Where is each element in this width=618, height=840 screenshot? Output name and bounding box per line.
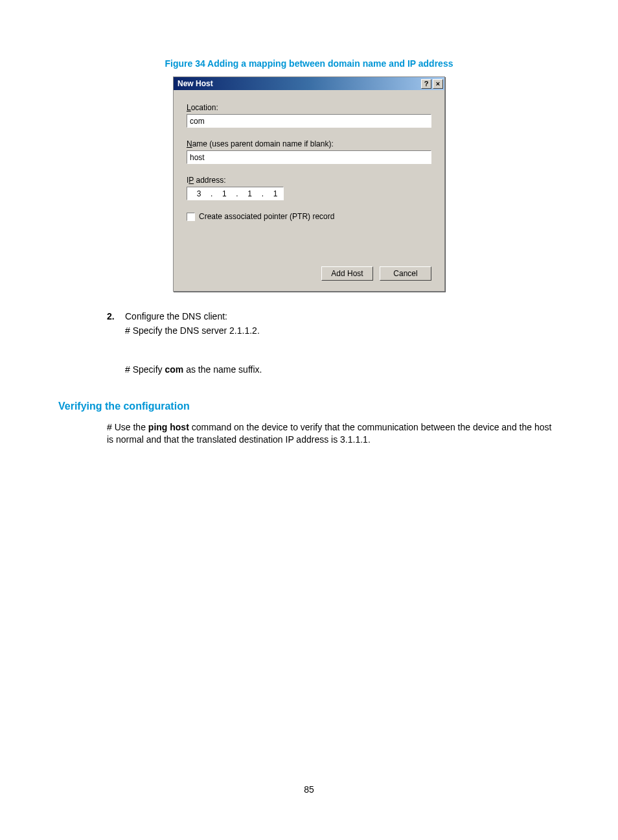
add-host-button[interactable]: Add Host xyxy=(321,266,373,281)
name-label: Name (uses parent domain name if blank): xyxy=(187,139,431,148)
ip-octet-2[interactable] xyxy=(212,189,236,198)
new-host-dialog: New Host ? × Location: Name (uses parent… xyxy=(173,76,445,292)
dialog-container: New Host ? × Location: Name (uses parent… xyxy=(58,76,560,292)
page-number: 85 xyxy=(0,784,618,795)
dialog-titlebar: New Host ? × xyxy=(174,77,444,90)
location-label: Location: xyxy=(187,103,431,112)
section-heading: Verifying the configuration xyxy=(58,401,560,412)
location-input[interactable] xyxy=(187,114,431,128)
step-2-line-2: # Specify com as the name suffix. xyxy=(125,364,560,375)
ptr-checkbox-row: Create associated pointer (PTR) record xyxy=(187,212,431,221)
dialog-button-row: Add Host Cancel xyxy=(187,266,431,281)
ptr-label: Create associated pointer (PTR) record xyxy=(199,212,334,221)
ip-label: IP address: xyxy=(187,176,431,185)
step-2-line-1: # Specify the DNS server 2.1.1.2. xyxy=(125,325,560,336)
dialog-body: Location: Name (uses parent domain name … xyxy=(174,90,444,291)
step-number: 2. xyxy=(107,311,125,321)
ip-address-input[interactable]: . . . xyxy=(187,187,284,200)
verify-text: # Use the ping host command on the devic… xyxy=(107,421,560,446)
figure-caption: Figure 34 Adding a mapping between domai… xyxy=(139,58,479,69)
help-icon[interactable]: ? xyxy=(421,79,431,89)
step-text: Configure the DNS client: xyxy=(125,311,560,321)
dialog-title: New Host xyxy=(177,79,420,88)
name-input[interactable] xyxy=(187,150,431,164)
step-2: 2. Configure the DNS client: xyxy=(107,311,560,321)
cancel-button[interactable]: Cancel xyxy=(380,266,431,281)
ip-octet-1[interactable] xyxy=(187,189,211,198)
ip-octet-3[interactable] xyxy=(238,189,262,198)
close-icon[interactable]: × xyxy=(433,79,443,89)
ptr-checkbox[interactable] xyxy=(187,213,195,221)
ip-octet-4[interactable] xyxy=(264,189,287,198)
